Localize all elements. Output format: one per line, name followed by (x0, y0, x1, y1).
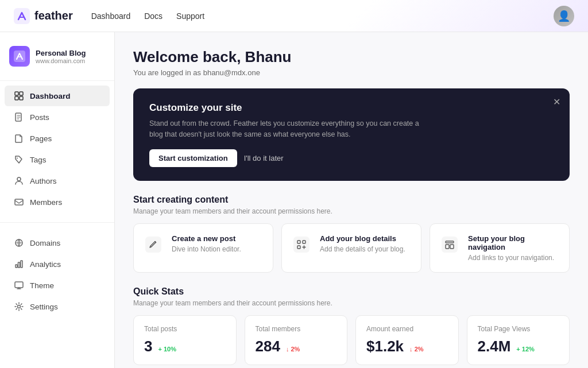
sidebar-label-theme: Theme (30, 281, 54, 290)
settings-icon (14, 301, 24, 312)
stat-card-earned: Amount earned $1.2k ↓ 2% (355, 315, 459, 365)
action-card-new-post-title: Create a new post (172, 234, 241, 243)
stat-label-views: Total Page Views (478, 325, 559, 333)
welcome-title: Welcome back, Bhanu (133, 48, 570, 66)
main-layout: Personal Blog www.domain.com Dashboard P… (0, 32, 588, 368)
nav-dashboard[interactable]: Dashboard (91, 11, 131, 21)
stat-label-earned: Amount earned (366, 325, 448, 333)
sidebar-item-analytics[interactable]: Analytics (5, 254, 110, 274)
svg-rect-12 (18, 262, 20, 268)
brand-url: www.domain.com (36, 57, 86, 64)
sidebar-item-tags[interactable]: Tags (5, 149, 110, 170)
close-banner-button[interactable]: ✕ (553, 96, 560, 107)
sidebar-label-tags: Tags (30, 156, 47, 164)
tag-icon (14, 154, 24, 165)
svg-rect-13 (21, 261, 22, 268)
stat-badge-views: + 12% (516, 346, 535, 352)
stat-badge-members: ↓ 2% (286, 346, 300, 352)
sidebar-label-dashboard: Dashboard (30, 92, 71, 100)
monitor-icon (14, 280, 24, 290)
stat-value-posts: 3 (144, 338, 152, 355)
sidebar-label-domains: Domains (30, 239, 60, 247)
svg-point-7 (17, 158, 18, 159)
brand-icon (9, 46, 30, 67)
sidebar-label-settings: Settings (30, 303, 58, 311)
stat-card-members: Total members 284 ↓ 2% (245, 315, 348, 365)
sidebar-label-members: Members (30, 198, 62, 207)
sidebar-label-analytics: Analytics (30, 260, 61, 269)
sidebar-item-members[interactable]: Members (5, 192, 110, 212)
logo[interactable]: feather (14, 8, 73, 24)
svg-point-15 (18, 305, 21, 308)
banner-actions: Start customization I'll do it later (149, 149, 554, 167)
main-content: Welcome back, Bhanu You are logged in as… (115, 32, 588, 368)
sidebar-item-authors[interactable]: Authors (5, 171, 110, 191)
sidebar-label-pages: Pages (30, 134, 52, 143)
start-customization-button[interactable]: Start customization (149, 149, 237, 167)
stats-cards: Total posts 3 + 10% Total members 284 ↓ … (133, 315, 570, 365)
stat-badge-earned: ↓ 2% (409, 346, 423, 352)
sidebar-item-theme[interactable]: Theme (5, 275, 110, 296)
action-card-new-post[interactable]: Create a new post Dive into Notion edito… (133, 223, 273, 273)
svg-point-8 (17, 177, 21, 181)
sidebar-item-posts[interactable]: Posts (5, 107, 110, 127)
layout-icon (439, 234, 460, 255)
logo-icon (14, 8, 30, 24)
banner-title: Customize your site (149, 102, 554, 114)
stat-label-posts: Total posts (144, 325, 226, 333)
start-section-sub: Manage your team members and their accou… (133, 207, 570, 215)
sidebar-item-dashboard[interactable]: Dashboard (5, 86, 110, 106)
sidebar: Personal Blog www.domain.com Dashboard P… (0, 32, 115, 368)
sidebar-item-pages[interactable]: Pages (5, 128, 110, 149)
avatar[interactable]: 👤 (554, 6, 574, 26)
sidebar-label-posts: Posts (30, 113, 49, 122)
sidebar-item-settings[interactable]: Settings (5, 296, 110, 317)
banner-description: Stand out from the crowd. Feather lets y… (149, 118, 425, 140)
action-card-blog-details-title: Add your blog details (320, 234, 405, 243)
stat-card-views: Total Page Views 2.4M + 12% (467, 315, 570, 365)
action-card-blog-details-desc: Add the details of your blog. (320, 245, 405, 253)
action-cards: Create a new post Dive into Notion edito… (133, 223, 570, 273)
grid-plus-icon (291, 234, 312, 255)
edit-icon (143, 234, 164, 255)
stats-section-title: Quick Stats (133, 286, 570, 297)
sidebar-brand[interactable]: Personal Blog www.domain.com (0, 41, 114, 76)
action-card-navigation[interactable]: Setup your blog navigation Add links to … (430, 223, 570, 273)
svg-rect-21 (442, 237, 458, 253)
svg-rect-14 (15, 282, 23, 288)
top-nav: feather Dashboard Docs Support 👤 (0, 0, 588, 32)
stat-label-members: Total members (256, 325, 337, 333)
nav-docs[interactable]: Docs (144, 11, 163, 21)
bar-chart-icon (14, 259, 24, 269)
svg-rect-17 (293, 237, 310, 253)
start-section-title: Start creating content (133, 195, 570, 205)
svg-rect-2 (15, 92, 18, 95)
svg-rect-3 (20, 92, 23, 95)
action-card-nav-desc: Add links to your navigation. (468, 254, 560, 262)
customize-banner: ✕ Customize your site Stand out from the… (133, 88, 570, 181)
svg-rect-11 (16, 265, 17, 268)
nav-support[interactable]: Support (176, 11, 204, 21)
svg-rect-5 (20, 96, 23, 100)
svg-rect-4 (15, 96, 18, 100)
logo-text: feather (34, 9, 73, 22)
svg-rect-0 (14, 8, 30, 24)
stat-value-views: 2.4M (478, 338, 511, 355)
sidebar-label-authors: Authors (30, 177, 57, 185)
sidebar-divider (0, 80, 114, 81)
topnav-links: Dashboard Docs Support (91, 11, 554, 21)
book-icon (14, 112, 24, 122)
do-it-later-button[interactable]: I'll do it later (244, 154, 284, 162)
sidebar-divider-2 (0, 222, 114, 223)
sidebar-item-domains[interactable]: Domains (5, 233, 110, 253)
grid-icon (14, 91, 24, 101)
mail-icon (14, 197, 24, 207)
stat-card-posts: Total posts 3 + 10% (133, 315, 237, 365)
welcome-sub: You are logged in as bhanu@mdx.one (133, 68, 570, 77)
svg-rect-1 (14, 51, 25, 62)
stat-value-members: 284 (256, 338, 280, 355)
globe-icon (14, 238, 24, 248)
action-card-blog-details[interactable]: Add your blog details Add the details of… (281, 223, 421, 273)
action-card-nav-title: Setup your blog navigation (468, 234, 560, 251)
svg-rect-9 (15, 199, 23, 205)
